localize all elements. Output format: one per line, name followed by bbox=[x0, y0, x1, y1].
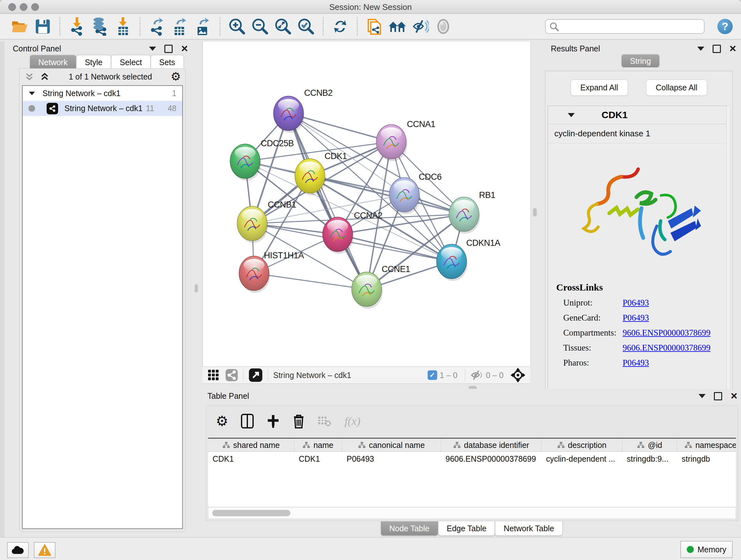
column-header-description[interactable]: description bbox=[542, 439, 622, 451]
network-node-CCNB1[interactable]: CCNB1 bbox=[237, 200, 296, 243]
tab-string[interactable]: String bbox=[621, 54, 659, 67]
protein-collapse-icon[interactable] bbox=[568, 113, 575, 117]
network-node-CDK1[interactable]: CDK1 bbox=[295, 151, 347, 195]
network-node-HIST1H1A[interactable]: HIST1H1A bbox=[239, 251, 304, 293]
show-columns-icon[interactable] bbox=[241, 414, 254, 428]
collapse-all-networks-icon[interactable] bbox=[24, 71, 35, 82]
network-node-RB1[interactable]: RB1 bbox=[449, 190, 495, 234]
collapse-panel-icon[interactable] bbox=[149, 47, 156, 51]
zoom-fit-icon[interactable] bbox=[274, 17, 292, 36]
zoom-out-icon[interactable] bbox=[251, 17, 269, 36]
export-image-icon[interactable] bbox=[194, 17, 212, 36]
tab-select[interactable]: Select bbox=[111, 55, 150, 69]
crosslinks-title: CrossLinks bbox=[556, 282, 727, 293]
table-row[interactable]: CDK1CDK1P064939606.ENSP00000378699cyclin… bbox=[208, 452, 736, 466]
crosslinks-section: CrossLinks Uniprot:P06493GeneCard:P06493… bbox=[548, 282, 727, 368]
fit-selected-crosshair-icon[interactable] bbox=[511, 368, 525, 382]
crosslink-label: Tissues: bbox=[563, 343, 623, 353]
close-panel-icon[interactable]: ✕ bbox=[181, 46, 188, 52]
crosslink-link[interactable]: 9606.ENSP00000378699 bbox=[623, 343, 711, 353]
results-scrollbar[interactable] bbox=[726, 106, 730, 395]
hidden-eye-icon[interactable] bbox=[470, 370, 483, 381]
column-header-sharedname[interactable]: shared name bbox=[208, 439, 294, 451]
crosslink-link[interactable]: P06493 bbox=[623, 313, 649, 323]
network-node-CCNA1[interactable]: CCNA1 bbox=[376, 119, 435, 161]
refresh-icon[interactable] bbox=[331, 17, 349, 36]
close-panel-icon[interactable]: ✕ bbox=[731, 393, 738, 399]
column-header-id[interactable]: @id bbox=[622, 439, 677, 451]
import-network-database-icon[interactable] bbox=[91, 17, 109, 36]
network-node-CDKN1A[interactable]: CDKN1A bbox=[436, 238, 500, 281]
delete-table-icon bbox=[318, 415, 332, 427]
search-input[interactable] bbox=[545, 19, 704, 34]
crosslink-link[interactable]: P06493 bbox=[623, 298, 649, 308]
window-edge bbox=[0, 42, 4, 537]
zoom-selected-icon[interactable] bbox=[297, 17, 315, 36]
export-network-icon[interactable] bbox=[148, 17, 166, 36]
memory-button[interactable]: Memory bbox=[680, 541, 733, 558]
vertical-splitter[interactable] bbox=[530, 42, 541, 367]
node-label-CDK1: CDK1 bbox=[325, 151, 347, 161]
network-edge[interactable] bbox=[338, 234, 452, 261]
tab-node-table[interactable]: Node Table bbox=[381, 521, 438, 536]
table-cell: P06493 bbox=[342, 452, 441, 466]
delete-column-trash-icon[interactable] bbox=[293, 414, 305, 428]
zoom-in-icon[interactable] bbox=[228, 17, 246, 36]
import-network-file-icon[interactable] bbox=[68, 17, 86, 36]
network-node-CDC6[interactable]: CDC6 bbox=[389, 172, 442, 214]
add-column-icon[interactable] bbox=[266, 415, 280, 428]
splitter-handle[interactable] bbox=[195, 284, 198, 293]
expand-all-networks-icon[interactable] bbox=[39, 71, 50, 82]
close-panel-icon[interactable]: ✕ bbox=[729, 46, 737, 52]
tab-sets[interactable]: Sets bbox=[151, 55, 184, 69]
import-table-file-icon[interactable] bbox=[114, 17, 132, 36]
clone-network-icon[interactable] bbox=[365, 17, 384, 36]
birdseye-view-icon[interactable] bbox=[207, 369, 219, 381]
tab-network-table[interactable]: Network Table bbox=[495, 521, 562, 536]
column-header-name[interactable]: name bbox=[294, 439, 342, 451]
node-label-CDC6: CDC6 bbox=[419, 172, 442, 182]
cytoscape-window: Session: New Session bbox=[0, 0, 741, 560]
collapse-panel-icon[interactable] bbox=[698, 394, 705, 398]
table-cell: CDK1 bbox=[294, 452, 342, 466]
table-options-gear-icon[interactable]: ⚙ bbox=[216, 414, 228, 428]
network-canvas[interactable]: CCNB2CCNA1CDC25BCDK1CDC6RB1CCNB1CCNA2CDK… bbox=[202, 42, 530, 367]
network-node-CCNE1[interactable]: CCNE1 bbox=[352, 264, 410, 309]
hide-graphics-icon[interactable] bbox=[411, 17, 429, 36]
tab-network[interactable]: Network bbox=[30, 55, 76, 69]
collapse-panel-icon[interactable] bbox=[697, 47, 704, 51]
expand-all-button[interactable]: Expand All bbox=[570, 79, 628, 96]
splitter-handle[interactable] bbox=[533, 208, 537, 216]
float-panel-icon[interactable] bbox=[713, 45, 721, 53]
open-in-new-window-icon[interactable] bbox=[249, 368, 263, 382]
table-horizontal-scrollbar[interactable] bbox=[208, 507, 736, 519]
save-session-icon[interactable] bbox=[33, 17, 52, 36]
help-icon[interactable]: ? bbox=[718, 19, 733, 34]
open-session-icon[interactable] bbox=[10, 17, 29, 36]
export-table-icon[interactable] bbox=[171, 17, 189, 36]
crosslink-link[interactable]: 9606.ENSP00000378699 bbox=[623, 328, 711, 338]
network-edge[interactable] bbox=[254, 273, 367, 289]
protein-name: CDK1 bbox=[602, 110, 628, 120]
home-icon[interactable] bbox=[388, 17, 407, 36]
tab-edge-table[interactable]: Edge Table bbox=[438, 521, 495, 536]
network-collection-row[interactable]: String Network – cdk1 1 bbox=[23, 86, 182, 101]
network-options-gear-icon[interactable]: ⚙ bbox=[171, 71, 181, 82]
tab-style[interactable]: Style bbox=[76, 55, 111, 69]
float-panel-icon[interactable] bbox=[714, 392, 722, 400]
collapse-all-button[interactable]: Collapse All bbox=[646, 79, 708, 96]
float-panel-icon[interactable] bbox=[164, 45, 173, 53]
column-header-databaseidentifier[interactable]: database identifier bbox=[441, 439, 542, 451]
network-row[interactable]: String Network – cdk1 11 48 bbox=[23, 101, 182, 116]
column-header-canonicalname[interactable]: canonical name bbox=[342, 439, 441, 451]
warnings-button[interactable] bbox=[34, 542, 56, 558]
cloud-button[interactable] bbox=[7, 542, 29, 558]
crosslink-link[interactable]: P06493 bbox=[623, 358, 649, 368]
toolbar-separator bbox=[59, 17, 60, 36]
collection-expand-icon[interactable] bbox=[29, 91, 35, 95]
selected-nodes-checkbox[interactable]: ✓ bbox=[428, 370, 437, 380]
protein-structure-image bbox=[574, 158, 701, 263]
string-style-icon[interactable] bbox=[225, 369, 238, 381]
scrollbar-thumb[interactable] bbox=[212, 510, 290, 516]
column-header-namespace[interactable]: namespace bbox=[677, 439, 736, 451]
